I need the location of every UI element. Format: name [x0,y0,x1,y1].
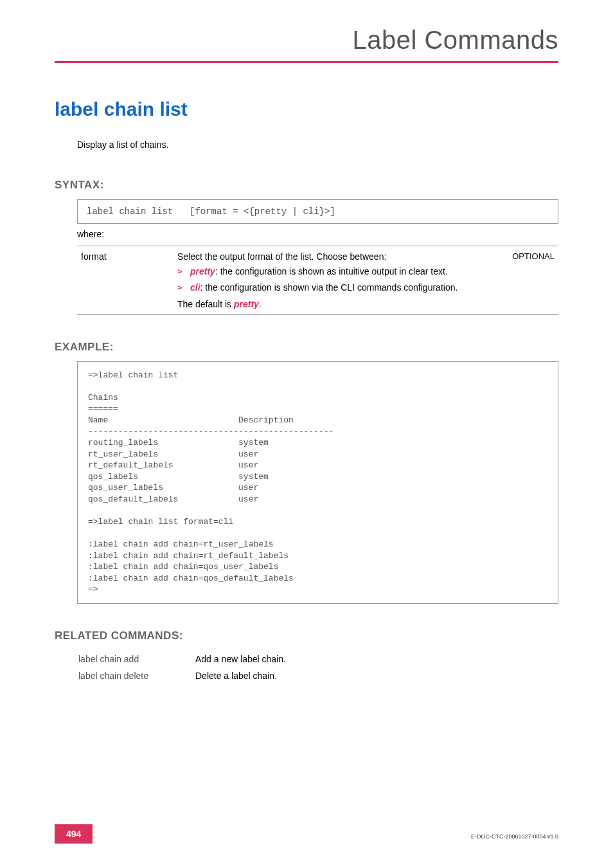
param-option-cli: cli: the configuration is shown via the … [177,282,465,294]
keyword-cli: cli [190,282,200,293]
related-heading: RELATED COMMANDS: [55,629,558,642]
page-header-title: Label Commands [55,26,558,55]
param-intro: Select the output format of the list. Ch… [177,251,465,262]
opt1-rest: : the configuration is shown as intuitiv… [215,266,448,276]
page-number: 494 [55,824,93,844]
command-description: Display a list of chains. [77,140,558,150]
syntax-heading: SYNTAX: [55,179,558,192]
param-name: format [77,246,173,315]
related-desc: Add a new label chain. [195,651,286,667]
command-title: label chain list [55,98,558,120]
opt2-rest: : the configuration is shown via the CLI… [200,282,458,293]
default-keyword: pretty [234,299,259,309]
related-cmd-link[interactable]: label chain delete [78,668,194,683]
related-desc: Delete a label chain. [195,668,286,683]
default-prefix: The default is [177,299,234,309]
param-desc: Select the output format of the list. Ch… [173,246,469,315]
doc-id: E-DOC-CTC-20061027-0004 v1.0 [471,833,558,840]
param-optional: OPTIONAL [469,246,558,315]
related-row: label chain delete Delete a label chain. [78,668,286,683]
default-suffix: . [259,299,262,309]
related-table: label chain add Add a new label chain. l… [77,650,287,685]
example-heading: EXAMPLE: [55,341,558,354]
keyword-pretty: pretty [190,266,215,276]
param-option-pretty: pretty: the configuration is shown as in… [177,266,465,278]
syntax-args: [format = <{pretty | cli}>] [190,206,335,217]
syntax-command: label chain list [87,206,190,217]
param-table: format Select the output format of the l… [77,246,558,315]
syntax-box: label chain list [format = <{pretty | cl… [77,199,558,224]
example-box: =>label chain list Chains ====== Name De… [77,361,558,604]
related-cmd-link[interactable]: label chain add [78,651,194,667]
where-label: where: [77,229,558,239]
header-divider [55,61,558,63]
param-default: The default is pretty. [177,299,465,309]
related-row: label chain add Add a new label chain. [78,651,286,667]
